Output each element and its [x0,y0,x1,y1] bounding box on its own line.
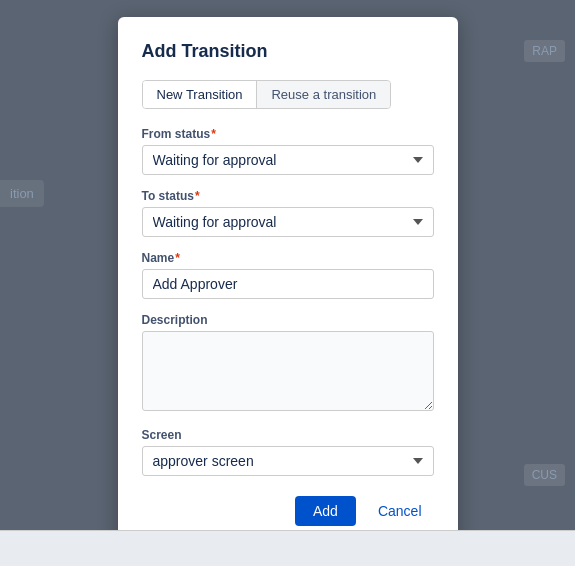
to-status-select[interactable]: Waiting for approval In Progress Done To… [142,207,434,237]
description-label: Description [142,313,434,327]
screen-label: Screen [142,428,434,442]
to-status-required-star: * [195,189,200,203]
name-group: Name* [142,251,434,299]
bottom-bar [0,530,575,566]
description-textarea[interactable] [142,331,434,411]
name-input[interactable] [142,269,434,299]
cancel-button[interactable]: Cancel [366,496,434,526]
description-group: Description [142,313,434,414]
to-status-group: To status* Waiting for approval In Progr… [142,189,434,237]
from-status-select[interactable]: Waiting for approval In Progress Done To… [142,145,434,175]
add-button[interactable]: Add [295,496,356,526]
screen-group: Screen approver screen None Default Scre… [142,428,434,476]
tab-reuse-transition[interactable]: Reuse a transition [257,81,390,108]
name-required-star: * [175,251,180,265]
add-transition-modal: Add Transition New Transition Reuse a tr… [118,17,458,550]
name-label: Name* [142,251,434,265]
modal-title: Add Transition [142,41,434,62]
to-status-label: To status* [142,189,434,203]
tab-new-transition[interactable]: New Transition [143,81,258,108]
from-status-group: From status* Waiting for approval In Pro… [142,127,434,175]
screen-select[interactable]: approver screen None Default Screen [142,446,434,476]
from-status-required-star: * [211,127,216,141]
tab-group: New Transition Reuse a transition [142,80,392,109]
modal-backdrop: Add Transition New Transition Reuse a tr… [0,0,575,566]
modal-footer: Add Cancel [142,496,434,526]
from-status-label: From status* [142,127,434,141]
